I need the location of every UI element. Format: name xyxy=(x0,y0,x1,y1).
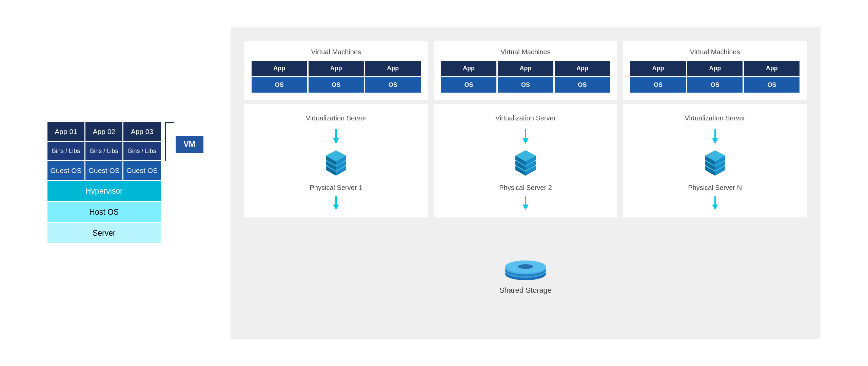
hostos-row: Host OS xyxy=(47,202,161,222)
vm-boxes-row: Virtual Machines App App App OS OS OS Vi… xyxy=(244,41,807,100)
arrow-down-1 xyxy=(331,129,341,144)
os-2-2: OS xyxy=(498,77,553,93)
storage-icon xyxy=(504,255,548,283)
vm-box-3: Virtual Machines App App App OS OS OS xyxy=(623,41,807,100)
os-1-3: OS xyxy=(365,77,421,93)
svg-marker-25 xyxy=(522,205,529,210)
vm-bracket-group: VM xyxy=(162,122,204,161)
phys-label-1: Physical Server 1 xyxy=(310,184,363,192)
vm-box-2: Virtual Machines App App App OS OS OS xyxy=(434,41,618,100)
stack-with-vm: App 01 App 02 App 03 Bins / Libs Bins / … xyxy=(47,122,203,244)
app-2-3: App xyxy=(555,61,610,76)
phys-label-3: Physical Server N xyxy=(688,184,742,192)
bracket-svg xyxy=(162,122,174,161)
app-3-2: App xyxy=(687,61,743,76)
guest-os-cell-2: Guest OS xyxy=(85,161,122,180)
virt-phys-1: Virtualization Server xyxy=(244,104,428,217)
app-3-3: App xyxy=(744,61,800,76)
svg-marker-1 xyxy=(333,138,339,144)
arrow-storage-2 xyxy=(520,196,531,210)
guest-os-row: Guest OS Guest OS Guest OS xyxy=(47,161,161,180)
app-cell-1: App 01 xyxy=(47,122,84,141)
server-icon-2 xyxy=(512,149,539,179)
guest-os-cell-1: Guest OS xyxy=(47,161,84,180)
app-3-1: App xyxy=(630,61,686,76)
arrow-storage-1 xyxy=(331,196,341,210)
storage-label: Shared Storage xyxy=(499,286,552,295)
hostos-cell: Host OS xyxy=(47,202,161,222)
hypervisor-row: Hypervisor xyxy=(47,181,161,201)
svg-marker-14 xyxy=(522,138,529,144)
virt-label-1: Virtualization Server xyxy=(306,114,367,122)
virt-phys-row: Virtualization Server xyxy=(244,104,807,217)
app-cell-3: App 03 xyxy=(123,122,160,141)
phys-label-2: Physical Server 2 xyxy=(499,184,552,192)
arrow-down-2 xyxy=(520,129,531,144)
svg-marker-27 xyxy=(712,138,718,144)
svg-point-44 xyxy=(518,264,533,269)
bins-cell-1: Bins / Libs xyxy=(47,142,84,160)
app-grid-1: App App App OS OS OS xyxy=(252,61,421,93)
app-1-2: App xyxy=(309,61,364,76)
server-row: Server xyxy=(47,223,161,243)
os-1-1: OS xyxy=(252,77,307,93)
hypervisor-cell: Hypervisor xyxy=(47,181,161,201)
app-row: App 01 App 02 App 03 xyxy=(47,122,161,141)
virt-label-2: Virtualization Server xyxy=(495,114,556,122)
app-1-3: App xyxy=(365,61,421,76)
server-icon-3 xyxy=(702,149,729,179)
arrow-down-3 xyxy=(710,129,720,144)
app-2-1: App xyxy=(441,61,497,76)
os-2-1: OS xyxy=(441,77,497,93)
app-2-2: App xyxy=(498,61,553,76)
server-cell: Server xyxy=(47,223,161,243)
layers: App 01 App 02 App 03 Bins / Libs Bins / … xyxy=(47,122,161,244)
vm-label: VM xyxy=(176,136,204,153)
app-grid-2: App App App OS OS OS xyxy=(441,61,610,93)
virt-label-3: Virtualization Server xyxy=(685,114,745,122)
os-3-3: OS xyxy=(744,77,800,93)
virt-phys-3: Virtualization Server xyxy=(623,104,807,217)
os-3-1: OS xyxy=(630,77,686,93)
vm-title-3: Virtual Machines xyxy=(690,48,740,56)
os-3-2: OS xyxy=(687,77,743,93)
page-layout: App 01 App 02 App 03 Bins / Libs Bins / … xyxy=(27,7,841,360)
app-grid-3: App App App OS OS OS xyxy=(630,61,800,93)
vm-title-2: Virtual Machines xyxy=(500,48,550,56)
app-cell-2: App 02 xyxy=(85,122,122,141)
vm-box-1: Virtual Machines App App App OS OS OS xyxy=(244,41,428,100)
virt-phys-2: Virtualization Server xyxy=(434,104,618,217)
os-2-3: OS xyxy=(555,77,610,93)
os-1-2: OS xyxy=(309,77,364,93)
server-icon-1 xyxy=(322,149,350,179)
bins-row: Bins / Libs Bins / Libs Bins / Libs xyxy=(47,142,161,160)
vm-title-1: Virtual Machines xyxy=(311,48,361,56)
bins-cell-3: Bins / Libs xyxy=(123,142,160,160)
svg-marker-12 xyxy=(333,205,339,210)
storage-section: Shared Storage xyxy=(244,221,807,329)
left-stack: App 01 App 02 App 03 Bins / Libs Bins / … xyxy=(47,122,203,244)
arrow-storage-3 xyxy=(710,196,720,210)
right-diagram: Virtual Machines App App App OS OS OS Vi… xyxy=(231,27,821,339)
app-1-1: App xyxy=(252,61,307,76)
bins-cell-2: Bins / Libs xyxy=(85,142,122,160)
svg-marker-38 xyxy=(712,205,718,210)
guest-os-cell-3: Guest OS xyxy=(123,161,160,180)
